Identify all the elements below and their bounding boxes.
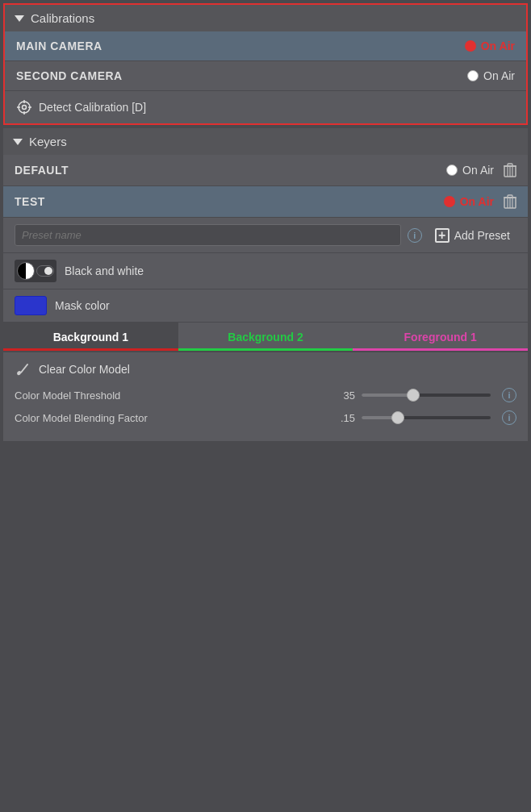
mask-color-swatch[interactable] (15, 296, 47, 315)
blending-row: Color Model Blending Factor .15 i (15, 410, 516, 425)
detect-calibration-label: Detect Calibration [D] (39, 101, 146, 114)
main-camera-dot (465, 40, 476, 52)
threshold-slider-fill (362, 394, 413, 397)
threshold-label: Color Model Threshold (15, 389, 324, 402)
threshold-info-icon[interactable]: i (502, 388, 516, 402)
tabs-row: Background 1 Background 2 Foreground 1 (3, 323, 528, 352)
crosshair-icon (16, 99, 32, 115)
trash-icon-default[interactable] (504, 163, 516, 177)
tab-background2[interactable]: Background 2 (178, 323, 353, 351)
mask-label: Mask color (55, 299, 110, 312)
keyers-body: DEFAULT On Air TEST (3, 155, 528, 441)
calibrations-title: Calibrations (31, 11, 94, 25)
keyer-test-right: On Air (444, 194, 516, 209)
paint-brush-icon (15, 360, 32, 378)
keyer-default-dot (446, 164, 458, 176)
preset-info-icon[interactable]: i (408, 228, 422, 243)
calibrations-header: Calibrations (5, 5, 526, 31)
preset-name-input[interactable] (15, 224, 401, 246)
keyers-header: Keyers (3, 128, 528, 155)
tab-background1-label: Background 1 (53, 331, 128, 344)
bw-toggle[interactable] (15, 260, 56, 282)
second-camera-dot (467, 70, 479, 81)
color-model-section: Clear Color Model Color Model Threshold … (3, 352, 528, 441)
keyer-row-test[interactable]: TEST On Air (3, 186, 528, 218)
bw-icon (17, 262, 35, 280)
calibrations-section: Calibrations MAIN CAMERA On Air SECOND C… (3, 3, 528, 125)
second-camera-on-air: On Air (467, 69, 515, 82)
svg-point-0 (19, 102, 30, 113)
tab-foreground1-label: Foreground 1 (404, 331, 477, 344)
bw-toggle-track[interactable] (36, 265, 54, 277)
collapse-keyers-icon[interactable] (13, 139, 23, 145)
keyer-default-label: DEFAULT (15, 164, 69, 177)
tab-foreground1[interactable]: Foreground 1 (353, 323, 528, 351)
add-preset-label: Add Preset (454, 229, 510, 242)
second-camera-label: SECOND CAMERA (16, 69, 123, 82)
keyer-test-label: TEST (15, 195, 45, 208)
clear-color-model-label: Clear Color Model (39, 363, 130, 376)
keyer-test-on-air: On Air (444, 195, 494, 208)
mask-row: Mask color (3, 289, 528, 323)
keyer-test-on-air-text: On Air (460, 195, 494, 208)
blending-label: Color Model Blending Factor (15, 412, 324, 424)
keyer-default-right: On Air (446, 163, 516, 177)
main-camera-on-air-text: On Air (481, 40, 515, 52)
bw-row: Black and white (3, 253, 528, 289)
keyers-section: Keyers DEFAULT On Air (3, 128, 528, 441)
preset-name-row: i + Add Preset (3, 218, 528, 253)
tab-background1[interactable]: Background 1 (3, 323, 178, 351)
tab-background2-label: Background 2 (228, 331, 303, 344)
svg-point-1 (23, 106, 27, 110)
plus-icon: + (435, 228, 449, 243)
main-camera-label: MAIN CAMERA (16, 40, 102, 52)
trash-icon-test[interactable] (504, 194, 516, 209)
clear-color-model-row: Clear Color Model (15, 360, 516, 378)
keyer-test-dot (444, 196, 455, 207)
second-camera-row[interactable]: SECOND CAMERA On Air (5, 61, 526, 91)
svg-rect-11 (508, 164, 512, 166)
blending-info-icon[interactable]: i (502, 410, 516, 425)
threshold-value: 35 (331, 389, 355, 402)
threshold-slider-thumb[interactable] (407, 389, 420, 402)
bw-toggle-thumb (44, 267, 52, 275)
calibrations-body: MAIN CAMERA On Air SECOND CAMERA On Air (5, 31, 526, 123)
collapse-calibrations-icon[interactable] (15, 15, 24, 22)
main-camera-row[interactable]: MAIN CAMERA On Air (5, 31, 526, 61)
svg-rect-17 (508, 195, 512, 198)
detect-calibration-row[interactable]: Detect Calibration [D] (5, 91, 526, 123)
threshold-row: Color Model Threshold 35 i (15, 388, 516, 402)
second-camera-on-air-text: On Air (483, 69, 515, 82)
keyer-default-on-air: On Air (446, 164, 494, 177)
blending-slider-track[interactable] (362, 416, 491, 419)
blending-value: .15 (331, 412, 355, 424)
blending-slider-thumb[interactable] (391, 411, 404, 424)
add-preset-button[interactable]: + Add Preset (429, 225, 516, 246)
keyers-title: Keyers (29, 135, 67, 148)
threshold-slider-track[interactable] (362, 394, 491, 397)
main-camera-on-air: On Air (465, 40, 515, 52)
keyer-row-default[interactable]: DEFAULT On Air (3, 155, 528, 186)
bw-label: Black and white (65, 264, 144, 277)
keyer-default-on-air-text: On Air (462, 164, 494, 177)
